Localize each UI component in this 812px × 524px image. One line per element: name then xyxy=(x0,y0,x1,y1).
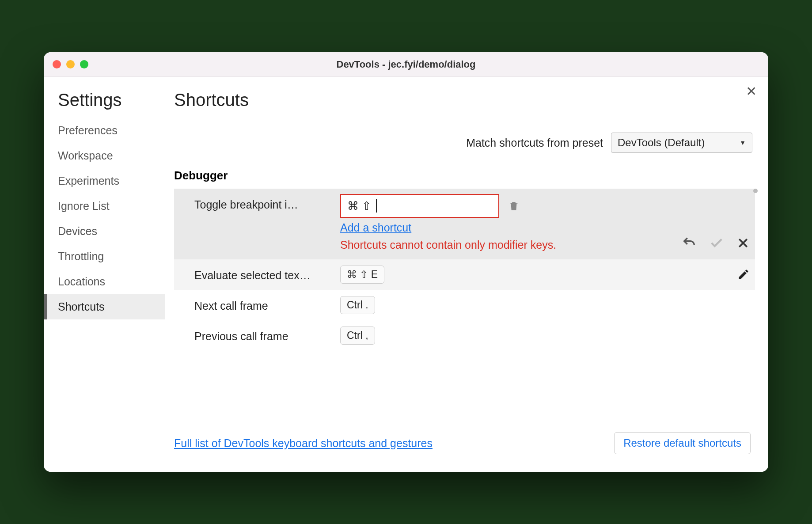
window-zoom-button[interactable] xyxy=(80,60,88,68)
section-debugger: Debugger xyxy=(174,166,755,189)
sidebar-item-ignore-list[interactable]: Ignore List xyxy=(44,194,165,219)
preset-label: Match shortcuts from preset xyxy=(466,137,603,149)
chevron-down-icon: ▼ xyxy=(740,139,746,146)
sidebar-item-workspace[interactable]: Workspace xyxy=(44,143,165,168)
undo-icon[interactable] xyxy=(682,235,697,251)
trash-icon[interactable] xyxy=(508,199,520,213)
preset-selected: DevTools (Default) xyxy=(618,137,705,149)
shortcut-keys: Ctrl . xyxy=(340,296,375,314)
sidebar-item-shortcuts[interactable]: Shortcuts xyxy=(44,294,165,319)
shortcut-label: Previous call frame xyxy=(194,327,340,343)
shortcut-row: Next call frame Ctrl . xyxy=(174,290,755,320)
shortcut-error: Shortcuts cannot contain only modifier k… xyxy=(340,238,570,252)
titlebar: DevTools - jec.fyi/demo/dialog xyxy=(44,52,768,77)
settings-body: ✕ Settings Preferences Workspace Experim… xyxy=(44,77,768,472)
window-close-button[interactable] xyxy=(53,60,61,68)
settings-content: Shortcuts Match shortcuts from preset De… xyxy=(165,77,768,472)
page-title: Shortcuts xyxy=(174,90,755,120)
check-icon[interactable] xyxy=(709,235,724,251)
shortcut-row: Previous call frame Ctrl , xyxy=(174,320,755,351)
shortcut-row: Evaluate selected tex… ⌘ ⇧ E xyxy=(174,259,755,290)
scrollbar-thumb[interactable] xyxy=(753,189,758,193)
window-minimize-button[interactable] xyxy=(66,60,75,68)
add-shortcut-link[interactable]: Add a shortcut xyxy=(340,221,635,234)
sidebar-item-preferences[interactable]: Preferences xyxy=(44,118,165,143)
sidebar-heading: Settings xyxy=(44,90,165,118)
restore-defaults-button[interactable]: Restore default shortcuts xyxy=(614,432,751,454)
window-title: DevTools - jec.fyi/demo/dialog xyxy=(44,59,768,70)
shortcut-keys: ⌘ ⇧ E xyxy=(340,266,384,284)
shortcut-list: Toggle breakpoint i… ⌘ ⇧ Add a shortcut xyxy=(174,189,755,351)
shortcut-label: Toggle breakpoint i… xyxy=(194,194,340,211)
edit-actions xyxy=(635,235,750,252)
shortcut-input-keys: ⌘ ⇧ xyxy=(347,199,372,213)
sidebar-item-locations[interactable]: Locations xyxy=(44,269,165,294)
shortcut-keys: Ctrl , xyxy=(340,327,375,345)
full-list-link[interactable]: Full list of DevTools keyboard shortcuts… xyxy=(174,437,433,450)
sidebar-item-throttling[interactable]: Throttling xyxy=(44,244,165,269)
edit-icon[interactable] xyxy=(737,268,750,281)
shortcut-row-editing: Toggle breakpoint i… ⌘ ⇧ Add a shortcut xyxy=(174,189,755,259)
cancel-icon[interactable] xyxy=(736,236,750,250)
preset-row: Match shortcuts from preset DevTools (De… xyxy=(174,120,755,166)
traffic-lights xyxy=(53,60,88,68)
shortcut-input[interactable]: ⌘ ⇧ xyxy=(340,194,499,218)
devtools-window: DevTools - jec.fyi/demo/dialog ✕ Setting… xyxy=(44,52,768,472)
preset-select[interactable]: DevTools (Default) ▼ xyxy=(611,133,752,153)
shortcut-edit-area: ⌘ ⇧ Add a shortcut Shortcuts cannot cont… xyxy=(340,194,635,252)
sidebar-item-devices[interactable]: Devices xyxy=(44,219,165,244)
shortcut-label: Next call frame xyxy=(194,296,340,312)
content-footer: Full list of DevTools keyboard shortcuts… xyxy=(174,422,755,472)
sidebar-item-experiments[interactable]: Experiments xyxy=(44,168,165,194)
text-cursor xyxy=(376,199,377,213)
settings-sidebar: Settings Preferences Workspace Experimen… xyxy=(44,77,165,472)
shortcut-label: Evaluate selected tex… xyxy=(194,266,340,282)
